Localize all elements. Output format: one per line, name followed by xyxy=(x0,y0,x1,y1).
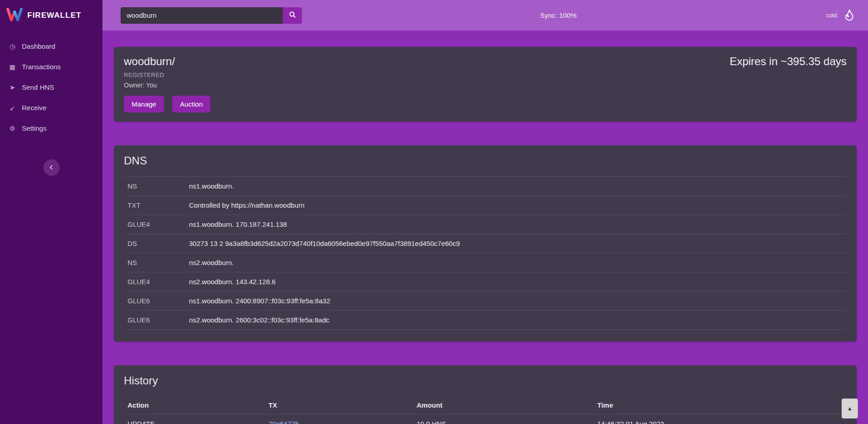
dns-record-value: ns2.woodburn. 2600:3c02::f03c:93ff:fe5a:… xyxy=(185,311,847,330)
domain-owner: Owner: You xyxy=(124,82,847,89)
sidebar-item-label: Dashboard xyxy=(22,42,55,50)
sidebar-item-send-hns[interactable]: ➤ Send HNS xyxy=(0,77,102,97)
dns-record-value: ns1.woodburn. 2400:8907::f03c:93ff:fe5a:… xyxy=(185,291,847,311)
tx-link[interactable]: 70e64775... xyxy=(268,420,304,424)
auction-button[interactable]: Auction xyxy=(172,96,210,112)
history-card: History Action TX Amount Time UPDATE xyxy=(114,365,857,424)
search-box xyxy=(121,7,302,24)
sync-status: Sync: 100% xyxy=(540,11,577,19)
content-column: Sync: 100% cold woodburn/ Expires in ~39… xyxy=(102,0,868,424)
history-row: UPDATE 70e64775... 10.0 HNS 14:46:32 01 … xyxy=(124,414,847,424)
dns-record-type: GLUE4 xyxy=(124,272,185,291)
history-table: Action TX Amount Time UPDATE 70e64775...… xyxy=(124,396,847,424)
dns-record-row: GLUE4 ns2.woodburn. 143.42.128.6 xyxy=(124,272,847,291)
main-content: woodburn/ Expires in ~395.35 days REGIST… xyxy=(102,31,868,424)
sidebar-item-transactions[interactable]: ▦ Transactions xyxy=(0,56,102,77)
domain-status-badge: REGISTERED xyxy=(124,72,847,78)
dns-record-type: GLUE4 xyxy=(124,215,185,234)
domain-name: woodburn/ xyxy=(124,55,175,68)
brand-name: FIREWALLET xyxy=(27,11,82,20)
dns-record-row: GLUE6 ns2.woodburn. 2600:3c02::f03c:93ff… xyxy=(124,311,847,330)
dns-record-row: TXT Controlled by https://nathan.woodbur… xyxy=(124,196,847,215)
sidebar-item-label: Transactions xyxy=(22,63,61,71)
sidebar-nav: ◷ Dashboard ▦ Transactions ➤ Send HNS ↙ … xyxy=(0,31,102,138)
dns-record-value: ns2.woodburn. xyxy=(185,253,847,272)
dns-record-type: GLUE6 xyxy=(124,291,185,311)
search-input[interactable] xyxy=(121,7,283,24)
dashboard-icon: ◷ xyxy=(8,43,17,50)
chevron-left-icon: ‹ xyxy=(50,162,53,172)
transactions-icon: ▦ xyxy=(8,63,17,71)
manage-button[interactable]: Manage xyxy=(124,96,164,112)
wallet-flame-icon[interactable] xyxy=(842,9,856,22)
history-header-row: Action TX Amount Time xyxy=(124,396,847,414)
search-button[interactable] xyxy=(283,7,302,24)
dns-table: NS ns1.woodburn. TXT Controlled by https… xyxy=(124,176,847,330)
sidebar-item-label: Send HNS xyxy=(22,83,54,91)
dns-record-type: NS xyxy=(124,253,185,272)
caret-up-icon: ▲ xyxy=(847,405,853,412)
sidebar-item-label: Receive xyxy=(22,104,46,112)
history-title: History xyxy=(124,374,847,387)
gear-icon: ⚙ xyxy=(8,125,17,132)
scroll-to-top-button[interactable]: ▲ xyxy=(842,398,858,419)
sidebar-item-label: Settings xyxy=(22,124,46,132)
search-icon xyxy=(289,11,296,20)
brand-link[interactable]: FIREWALLET xyxy=(0,0,102,31)
sidebar-item-settings[interactable]: ⚙ Settings xyxy=(0,118,102,138)
wallet-name-label: cold xyxy=(826,12,837,19)
send-icon: ➤ xyxy=(8,84,17,91)
dns-record-type: TXT xyxy=(124,196,185,215)
history-time: 14:46:32 01 Aug 2023 xyxy=(594,414,847,424)
sidebar-item-receive[interactable]: ↙ Receive xyxy=(0,97,102,118)
dns-record-type: NS xyxy=(124,177,185,196)
history-col-amount: Amount xyxy=(413,396,594,414)
domain-expiry: Expires in ~395.35 days xyxy=(730,55,847,68)
dns-record-value: 30273 13 2 9a3a8fb3d625d2a2073d740f10da6… xyxy=(185,234,847,253)
domain-card: woodburn/ Expires in ~395.35 days REGIST… xyxy=(114,47,857,122)
receive-icon: ↙ xyxy=(8,104,17,112)
history-col-time: Time xyxy=(594,396,847,414)
dns-record-type: DS xyxy=(124,234,185,253)
sidebar: FIREWALLET ◷ Dashboard ▦ Transactions ➤ … xyxy=(0,0,102,424)
dns-record-value: ns2.woodburn. 143.42.128.6 xyxy=(185,272,847,291)
dns-card: DNS NS ns1.woodburn. TXT Controlled by h… xyxy=(114,145,857,342)
firewallet-logo-icon xyxy=(6,8,23,23)
dns-record-value: Controlled by https://nathan.woodburn xyxy=(185,196,847,215)
dns-record-value: ns1.woodburn. 170.187.241.138 xyxy=(185,215,847,234)
history-col-action: Action xyxy=(124,396,265,414)
dns-record-row: DS 30273 13 2 9a3a8fb3d625d2a2073d740f10… xyxy=(124,234,847,253)
dns-record-row: GLUE6 ns1.woodburn. 2400:8907::f03c:93ff… xyxy=(124,291,847,311)
topbar: Sync: 100% cold xyxy=(102,0,868,31)
sidebar-collapse-button[interactable]: ‹ xyxy=(43,159,60,176)
dns-record-value: ns1.woodburn. xyxy=(185,177,847,196)
dns-record-row: GLUE4 ns1.woodburn. 170.187.241.138 xyxy=(124,215,847,234)
dns-record-row: NS ns2.woodburn. xyxy=(124,253,847,272)
history-amount: 10.0 HNS xyxy=(413,414,594,424)
dns-title: DNS xyxy=(124,154,847,167)
dns-record-row: NS ns1.woodburn. xyxy=(124,177,847,196)
dns-record-type: GLUE6 xyxy=(124,311,185,330)
history-col-tx: TX xyxy=(265,396,413,414)
sidebar-item-dashboard[interactable]: ◷ Dashboard xyxy=(0,36,102,56)
history-action: UPDATE xyxy=(124,414,265,424)
wallet-group: cold xyxy=(826,9,856,22)
